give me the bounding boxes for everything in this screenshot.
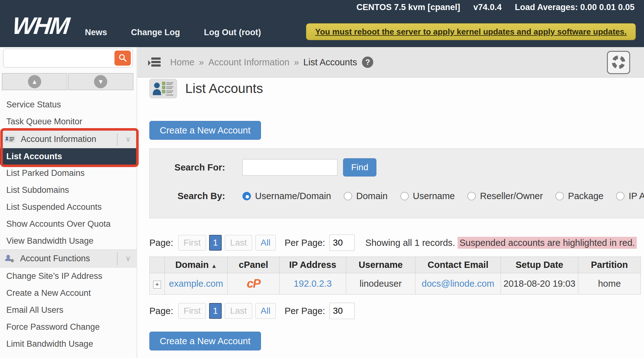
sidebar-scroll-buttons: ▲ ▼ — [2, 73, 133, 90]
arrow-up-icon: ▲ — [28, 75, 41, 88]
sidebar-item-list-subdomains[interactable]: List Subdomains — [0, 182, 137, 198]
sidebar-item-list-suspended-accounts[interactable]: List Suspended Accounts — [0, 198, 137, 215]
breadcrumb-account-information[interactable]: Account Information — [208, 57, 290, 68]
page-current-button[interactable]: 1 — [209, 235, 222, 251]
suspended-note: Suspended accounts are highlighted in re… — [458, 237, 637, 249]
create-new-account-button-bottom[interactable]: Create a New Account — [149, 332, 261, 350]
sidebar-item-change-sites-ip-address[interactable]: Change Site’s IP Address — [0, 268, 137, 285]
sidebar-item-create-a-new-account[interactable]: Create a New Account — [0, 285, 137, 301]
table-header-row: Domain▲ cPanel IP Address Username Conta… — [150, 257, 641, 273]
radio-username[interactable]: Username — [400, 191, 455, 201]
page-title-row: List Accounts — [149, 79, 644, 98]
sidebar-item-limit-bandwidth-usage[interactable]: Limit Bandwidth Usage — [0, 335, 137, 352]
whm-version-label: v74.0.4 — [473, 3, 502, 12]
radio-icon — [344, 192, 352, 200]
breadcrumb-separator: » — [294, 57, 299, 68]
page-first-button[interactable]: First — [178, 303, 206, 319]
radio-domain[interactable]: Domain — [344, 191, 388, 201]
partition-cell: home — [578, 273, 641, 295]
page-first-button[interactable]: First — [178, 235, 206, 251]
search-for-label: Search For: — [150, 162, 225, 173]
column-partition[interactable]: Partition — [578, 257, 641, 273]
search-for-input[interactable] — [242, 159, 337, 176]
scroll-up-button[interactable]: ▲ — [2, 73, 67, 90]
radio-icon — [400, 192, 409, 200]
help-icon[interactable]: ? — [362, 57, 373, 68]
support-button[interactable] — [607, 51, 630, 74]
section-divider — [117, 252, 118, 265]
sidebar-item-service-status[interactable]: Service Status — [0, 96, 137, 113]
radio-selected-icon — [242, 192, 251, 200]
page-label: Page: — [149, 238, 173, 248]
nav-news[interactable]: News — [85, 28, 107, 37]
account-information-icon — [4, 135, 16, 143]
radio-username-domain[interactable]: Username/Domain — [242, 191, 331, 201]
page-last-button[interactable]: Last — [225, 303, 252, 319]
pagination-bottom: Page: First 1 Last All Per Page: — [149, 303, 644, 319]
page-title: List Accounts — [185, 81, 263, 96]
top-header: WHM News Change Log Log Out (root) CENTO… — [0, 0, 644, 47]
search-by-row: Search By: Username/Domain Domain Userna… — [150, 191, 644, 201]
section-label: Account Information — [21, 134, 96, 144]
sidebar-item-show-accounts-over-quota[interactable]: Show Accounts Over Quota — [0, 215, 137, 232]
scroll-down-button[interactable]: ▼ — [68, 73, 134, 90]
column-username[interactable]: Username — [346, 257, 415, 273]
column-ip-address[interactable]: IP Address — [280, 257, 346, 273]
server-info-line: CENTOS 7.5 kvm [cpanel] v74.0.4 Load Ave… — [357, 3, 635, 12]
contact-email-link[interactable]: docs@linode.com — [422, 279, 494, 289]
sidebar-item-force-password-change[interactable]: Force Password Change — [0, 318, 137, 335]
sidebar-search — [3, 49, 133, 68]
breadcrumb-separator: » — [199, 57, 204, 68]
sidebar-item-list-parked-domains[interactable]: List Parked Domains — [0, 165, 137, 182]
per-page-label: Per Page: — [285, 306, 325, 316]
account-functions-icon — [4, 254, 15, 263]
chevron-down-icon: ∨ — [125, 135, 131, 144]
sort-asc-icon: ▲ — [211, 263, 217, 269]
pagination-top: Page: First 1 Last All Per Page: Showing… — [149, 235, 644, 251]
search-panel: Search For: Find Search By: Username/Dom… — [149, 149, 644, 218]
column-domain[interactable]: Domain▲ — [165, 257, 228, 273]
sidebar-item-task-queue-monitor[interactable]: Task Queue Monitor — [0, 113, 137, 130]
per-page-input[interactable] — [330, 235, 355, 251]
page-all-button[interactable]: All — [255, 235, 276, 251]
radio-package[interactable]: Package — [555, 191, 603, 201]
breadcrumb-home[interactable]: Home — [170, 57, 194, 68]
life-ring-icon — [611, 55, 626, 71]
radio-reseller-owner[interactable]: Reseller/Owner — [467, 191, 543, 201]
page-last-button[interactable]: Last — [225, 235, 252, 251]
page-label: Page: — [149, 306, 173, 316]
page-current-button[interactable]: 1 — [209, 303, 222, 319]
sidebar-item-list-accounts[interactable]: List Accounts — [0, 148, 137, 165]
radio-ip-address[interactable]: IP Address — [616, 191, 644, 201]
column-contact-email[interactable]: Contact Email — [415, 257, 501, 273]
cpanel-logo-icon[interactable]: cP — [247, 277, 260, 290]
sidebar-item-view-bandwidth-usage[interactable]: View Bandwidth Usage — [0, 232, 137, 249]
sidebar-section-account-functions[interactable]: Account Functions ∨ — [0, 249, 137, 268]
radio-icon — [616, 192, 625, 200]
reboot-notice-banner[interactable]: You must reboot the server to apply kern… — [306, 23, 636, 40]
radio-icon — [555, 192, 564, 200]
nav-log-out[interactable]: Log Out (root) — [204, 28, 261, 37]
column-cpanel[interactable]: cPanel — [228, 257, 280, 273]
collapse-sidebar-icon[interactable] — [147, 57, 162, 68]
sidebar-section-account-information[interactable]: Account Information ∨ — [0, 130, 137, 148]
sidebar-search-input[interactable] — [3, 49, 133, 68]
create-new-account-button-top[interactable]: Create a New Account — [149, 121, 261, 140]
expand-row-button[interactable]: + — [153, 281, 161, 289]
records-note: Showing all 1 records. Suspended account… — [365, 238, 637, 248]
sidebar-item-email-all-users[interactable]: Email All Users — [0, 301, 137, 318]
find-button[interactable]: Find — [343, 158, 376, 176]
load-averages-label: Load Averages: 0.00 0.01 0.05 — [515, 3, 635, 12]
per-page-input[interactable] — [330, 303, 355, 319]
domain-link[interactable]: example.com — [169, 279, 223, 289]
chevron-down-icon: ∨ — [125, 254, 131, 263]
page-all-button[interactable]: All — [255, 303, 276, 319]
username-cell: linodeuser — [346, 273, 415, 295]
top-nav: News Change Log Log Out (root) — [85, 28, 261, 37]
ip-address-link[interactable]: 192.0.2.3 — [294, 279, 332, 289]
section-label: Account Functions — [20, 254, 90, 263]
radio-icon — [467, 192, 476, 200]
nav-change-log[interactable]: Change Log — [131, 28, 180, 37]
sidebar-search-button[interactable] — [114, 51, 131, 66]
column-setup-date[interactable]: Setup Date — [501, 257, 578, 273]
